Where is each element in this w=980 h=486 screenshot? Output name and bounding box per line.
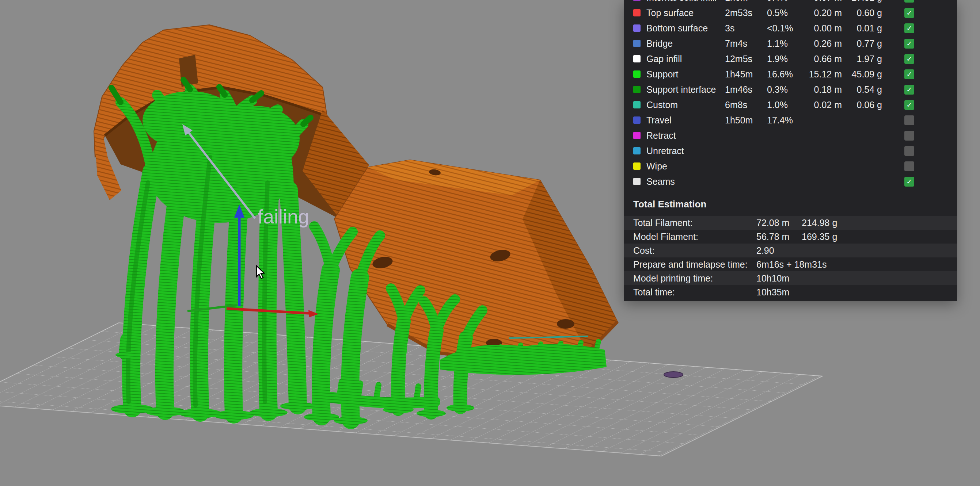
total-estimation-title: Total Estimation: [624, 197, 957, 216]
total-row: Prepare and timelapse time: 6m16s + 18m3…: [624, 257, 957, 271]
total-row: Model Filament: 56.78 m 169.35 g: [624, 230, 957, 243]
feature-label: Bridge: [646, 38, 725, 49]
feature-label: Retract: [646, 130, 725, 141]
feature-color-swatch: [633, 9, 641, 16]
feature-distance: 0.66 m: [800, 54, 842, 64]
total-row-value: 6m16s + 18m31s: [756, 259, 802, 270]
total-row-label: Prepare and timelapse time:: [633, 259, 756, 270]
feature-distance: 9.07 m: [800, 0, 842, 3]
feature-row: Support 1h45m 16.6% 15.12 m 45.09 g ✓: [624, 67, 957, 82]
feature-label: Gap infill: [646, 54, 725, 64]
feature-label: Top surface: [646, 8, 725, 18]
total-row-value: 2.90: [756, 245, 802, 256]
feature-color-swatch: [633, 116, 641, 124]
feature-distance: 0.26 m: [800, 38, 842, 49]
feature-weight: 0.60 g: [842, 8, 882, 18]
total-row: Model printing time: 10h10m: [624, 271, 957, 285]
feature-distance: 15.12 m: [800, 69, 842, 79]
feature-label: Custom: [646, 100, 725, 110]
feature-color-swatch: [633, 40, 641, 47]
feature-row: Travel 1h50m 17.4%: [624, 113, 957, 128]
feature-visibility-checkbox[interactable]: ✓: [904, 85, 914, 95]
feature-visibility-checkbox[interactable]: ✓: [904, 69, 914, 79]
total-row-value: 10h10m: [756, 273, 802, 284]
feature-row: Retract: [624, 128, 957, 143]
feature-legend-table: Internal solid infill 1h6m 9.4% 9.07 m 2…: [624, 0, 957, 189]
feature-distance: 0.18 m: [800, 84, 842, 95]
feature-color-swatch: [633, 162, 641, 170]
feature-row: Seams ✓: [624, 174, 957, 189]
feature-color-swatch: [633, 101, 641, 108]
feature-color-swatch: [633, 147, 641, 154]
feature-percent: 1.9%: [767, 54, 800, 64]
total-estimation-table: Total Filament: 72.08 m 214.98 g Model F…: [624, 216, 957, 299]
feature-color-swatch: [633, 24, 641, 32]
feature-row: Gap infill 12m5s 1.9% 0.66 m 1.97 g ✓: [624, 51, 957, 67]
feature-color-swatch: [633, 55, 641, 62]
feature-color-swatch: [633, 0, 641, 1]
feature-color-swatch: [633, 132, 641, 139]
feature-weight: 0.06 g: [842, 100, 882, 110]
feature-row: Top surface 2m53s 0.5% 0.20 m 0.60 g ✓: [624, 5, 957, 21]
feature-weight: 1.97 g: [842, 54, 882, 64]
feature-weight: 27.31 g: [842, 0, 882, 3]
feature-time: 1h50m: [725, 115, 767, 125]
feature-visibility-checkbox[interactable]: ✓: [904, 177, 914, 187]
feature-color-swatch: [633, 178, 641, 185]
total-row-label: Model Filament:: [633, 232, 756, 242]
slicer-preview-window: failing Internal solid infill 1h6m 9.4% …: [0, 0, 980, 486]
feature-visibility-checkbox[interactable]: ✓: [904, 0, 914, 3]
feature-percent: 0.3%: [767, 84, 800, 95]
feature-percent: 0.5%: [767, 8, 800, 18]
feature-row: Bottom surface 3s <0.1% 0.00 m 0.01 g ✓: [624, 21, 957, 36]
annotation-label: failing: [258, 206, 309, 227]
feature-distance: 0.20 m: [800, 8, 842, 18]
feature-percent: <0.1%: [767, 23, 800, 33]
feature-visibility-checkbox[interactable]: ✓: [904, 8, 914, 18]
feature-time: 2m53s: [725, 8, 767, 18]
feature-time: 1m46s: [725, 84, 767, 95]
feature-time: 6m8s: [725, 100, 767, 110]
feature-visibility-checkbox[interactable]: [904, 115, 914, 125]
feature-color-swatch: [633, 70, 641, 78]
feature-label: Support interface: [646, 84, 725, 95]
feature-label: Unretract: [646, 146, 725, 156]
print-statistics-panel: Internal solid infill 1h6m 9.4% 9.07 m 2…: [624, 0, 957, 301]
feature-percent: 1.0%: [767, 100, 800, 110]
feature-time: 7m4s: [725, 38, 767, 49]
feature-label: Travel: [646, 115, 725, 125]
feature-row: Unretract: [624, 143, 957, 159]
total-row: Cost: 2.90: [624, 243, 957, 257]
total-row-label: Model printing time:: [633, 273, 756, 284]
feature-percent: 1.1%: [767, 38, 800, 49]
feature-visibility-checkbox[interactable]: ✓: [904, 100, 914, 110]
feature-visibility-checkbox[interactable]: ✓: [904, 54, 914, 64]
feature-distance: 0.02 m: [800, 100, 842, 110]
total-row-label: Cost:: [633, 245, 756, 256]
feature-label: Seams: [646, 176, 725, 187]
total-row-value2: 214.98 g: [802, 218, 837, 228]
feature-label: Support: [646, 69, 725, 79]
feature-row: Internal solid infill 1h6m 9.4% 9.07 m 2…: [624, 0, 957, 5]
feature-time: 1h6m: [725, 0, 767, 3]
feature-row: Support interface 1m46s 0.3% 0.18 m 0.54…: [624, 82, 957, 97]
feature-visibility-checkbox[interactable]: ✓: [904, 23, 914, 33]
feature-visibility-checkbox[interactable]: [904, 131, 914, 141]
feature-row: Wipe: [624, 159, 957, 174]
total-row-value: 10h35m: [756, 287, 802, 298]
feature-distance: 0.00 m: [800, 23, 842, 33]
feature-weight: 0.77 g: [842, 38, 882, 49]
feature-row: Bridge 7m4s 1.1% 0.26 m 0.77 g ✓: [624, 36, 957, 51]
feature-percent: 17.4%: [767, 115, 800, 125]
total-row-label: Total Filament:: [633, 218, 756, 228]
total-row-value: 72.08 m: [756, 218, 802, 228]
feature-percent: 9.4%: [767, 0, 800, 3]
feature-visibility-checkbox[interactable]: ✓: [904, 39, 914, 49]
feature-visibility-checkbox[interactable]: [904, 146, 914, 156]
feature-time: 12m5s: [725, 54, 767, 64]
feature-weight: 0.01 g: [842, 23, 882, 33]
feature-label: Bottom surface: [646, 23, 725, 33]
purge-blob: [664, 372, 683, 378]
feature-label: Internal solid infill: [646, 0, 725, 3]
feature-visibility-checkbox[interactable]: [904, 161, 914, 171]
